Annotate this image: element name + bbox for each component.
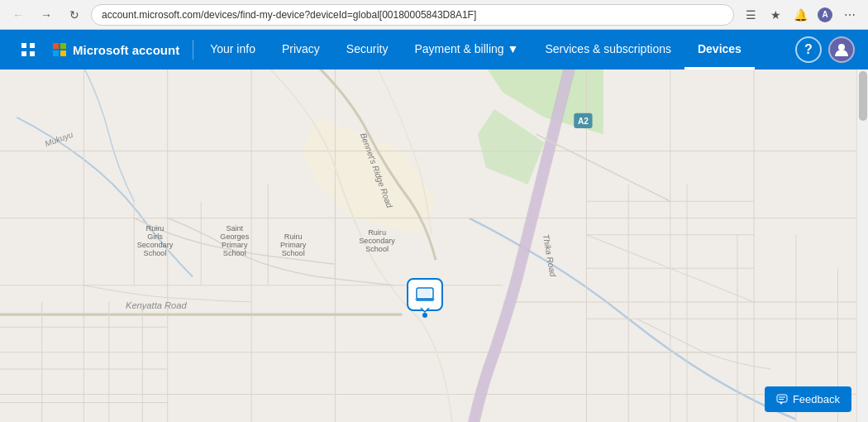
svg-text:Ruiru: Ruiru xyxy=(146,224,165,233)
svg-text:Primary: Primary xyxy=(222,241,248,249)
svg-text:Secondary: Secondary xyxy=(137,241,174,249)
apps-grid-button[interactable] xyxy=(13,35,43,65)
svg-text:Ruiru: Ruiru xyxy=(368,228,386,237)
svg-point-4 xyxy=(838,44,845,50)
help-icon: ? xyxy=(804,42,813,57)
map-container[interactable]: Kenyatta Road Mukuyu A2 Thika Road Benne… xyxy=(0,70,868,422)
browser-chrome: ← → ↻ account.microsoft.com/devices/find… xyxy=(0,0,868,30)
nav-item-payment[interactable]: Payment & billing ▼ xyxy=(401,30,532,70)
profile-avatar: A xyxy=(818,7,832,22)
user-avatar[interactable] xyxy=(828,36,855,63)
favorites-button[interactable]: ★ xyxy=(764,3,787,26)
nav-item-security[interactable]: Security xyxy=(333,30,402,70)
map-svg: Kenyatta Road Mukuyu A2 Thika Road Benne… xyxy=(0,70,868,422)
ms-account-logo[interactable]: Microsoft account xyxy=(43,43,189,57)
url-text: account.microsoft.com/devices/find-my-de… xyxy=(102,9,476,21)
device-laptop-icon xyxy=(414,286,436,303)
svg-text:Secondary: Secondary xyxy=(359,237,395,245)
svg-rect-65 xyxy=(777,395,787,402)
svg-text:Primary: Primary xyxy=(280,241,307,249)
browser-extension-icons: ☰ ★ 🔔 A ⋯ xyxy=(739,3,861,26)
scrollbar-thumb[interactable] xyxy=(859,71,867,121)
svg-text:Girls: Girls xyxy=(147,233,163,241)
feedback-button[interactable]: Feedback xyxy=(765,386,851,412)
back-button[interactable]: ← xyxy=(7,3,30,26)
map-scrollbar[interactable] xyxy=(856,70,868,422)
nav-separator xyxy=(193,40,193,60)
payment-chevron-icon: ▼ xyxy=(508,42,519,55)
svg-text:School: School xyxy=(282,249,305,257)
svg-text:A2: A2 xyxy=(578,117,589,126)
profile-button[interactable]: A xyxy=(813,3,837,26)
svg-rect-3 xyxy=(30,51,35,56)
nav-item-your-info[interactable]: Your info xyxy=(197,30,269,70)
nav-item-privacy[interactable]: Privacy xyxy=(269,30,333,70)
svg-text:Kenyatta Road: Kenyatta Road xyxy=(126,300,187,310)
svg-text:School: School xyxy=(223,249,246,257)
forward-button[interactable]: → xyxy=(35,3,58,26)
svg-text:Ruiru: Ruiru xyxy=(284,233,303,241)
avatar-person-icon xyxy=(833,41,850,58)
refresh-button[interactable]: ↻ xyxy=(63,3,86,26)
svg-rect-1 xyxy=(30,43,35,48)
feedback-icon xyxy=(776,394,788,405)
settings-button[interactable]: ⋯ xyxy=(838,3,861,26)
nav-item-services[interactable]: Services & subscriptions xyxy=(532,30,684,70)
device-bubble xyxy=(407,278,443,311)
svg-text:School: School xyxy=(365,245,389,253)
ms-account-nav: Microsoft account Your info Privacy Secu… xyxy=(0,30,868,70)
help-button[interactable]: ? xyxy=(795,36,822,63)
extensions-button[interactable]: ☰ xyxy=(739,3,762,26)
device-location-marker[interactable] xyxy=(406,278,444,321)
svg-text:Georges: Georges xyxy=(220,233,249,241)
payment-label-arrow: Payment & billing ▼ xyxy=(414,42,518,55)
microsoft-logo-icon xyxy=(53,43,66,56)
nav-items-container: Your info Privacy Security Payment & bil… xyxy=(197,30,795,70)
svg-rect-64 xyxy=(418,290,432,297)
nav-right-section: ? xyxy=(795,36,855,63)
svg-rect-2 xyxy=(21,51,26,56)
collections-button[interactable]: 🔔 xyxy=(789,3,812,26)
svg-text:Saint: Saint xyxy=(226,224,243,233)
svg-rect-0 xyxy=(21,43,26,48)
nav-item-devices[interactable]: Devices xyxy=(684,30,755,70)
ms-account-title: Microsoft account xyxy=(73,43,179,57)
svg-text:School: School xyxy=(144,249,167,257)
feedback-label: Feedback xyxy=(793,393,840,405)
address-bar[interactable]: account.microsoft.com/devices/find-my-de… xyxy=(91,4,734,26)
